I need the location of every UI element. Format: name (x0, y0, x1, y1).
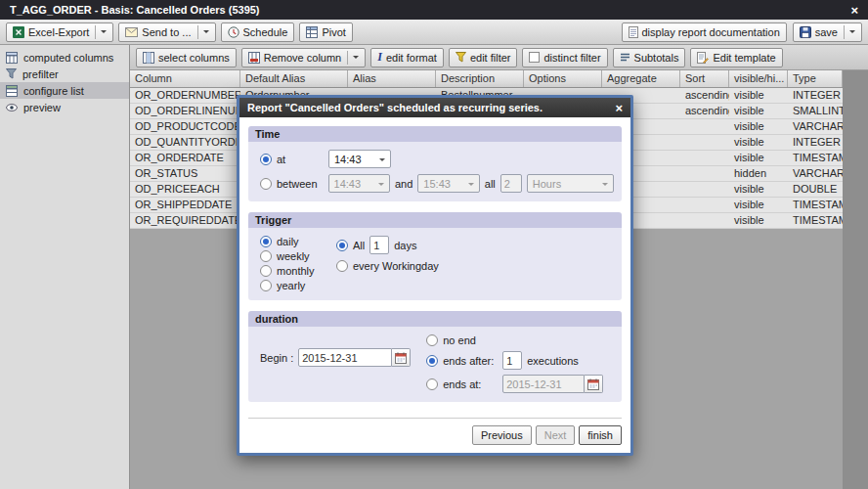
between-from-select[interactable]: 14:43 (328, 174, 390, 193)
at-label: at (277, 154, 324, 165)
edit-filter-button[interactable]: edit filter (449, 48, 518, 67)
weekly-label: weekly (277, 250, 310, 262)
days-count-input[interactable] (369, 236, 389, 254)
executions-count-input[interactable] (502, 351, 522, 370)
column-header[interactable]: Alias (348, 70, 436, 87)
schedule-label: Schedule (243, 26, 288, 38)
column-header[interactable]: Options (524, 70, 602, 87)
distinct-filter-checkbox (529, 52, 540, 63)
column-header[interactable]: visible/hi... (729, 70, 788, 87)
cell-column: OR_ORDERNUMBER (130, 88, 240, 103)
next-button[interactable]: Next (536, 425, 576, 445)
dialog-close-icon[interactable]: × (615, 102, 623, 114)
pivot-label: Pivot (322, 26, 345, 38)
excel-export-button[interactable]: Excel-Export (6, 22, 113, 42)
cell-visible: visible (729, 119, 788, 134)
interval-unit-select[interactable]: Hours (527, 174, 614, 193)
radio-at[interactable] (260, 154, 272, 165)
column-header[interactable]: Description (436, 70, 524, 87)
sidebar-item-prefilter[interactable]: prefilter (0, 66, 129, 82)
send-to-button[interactable]: Send to ... (118, 22, 215, 42)
ends-at-label: ends at: (443, 378, 498, 390)
radio-no-end[interactable] (426, 334, 438, 346)
save-disk-icon (800, 26, 811, 38)
radio-yearly[interactable] (260, 280, 272, 291)
at-time-select[interactable]: 14:43 (328, 150, 391, 168)
chevron-down-icon (373, 175, 389, 192)
table-header: Column Default Alias Alias Description O… (130, 70, 843, 88)
radio-all-days[interactable] (336, 240, 348, 251)
sidebar-item-computed-columns[interactable]: computed columns (0, 49, 129, 66)
all-days-label: All (353, 240, 365, 251)
radio-daily[interactable] (260, 236, 272, 247)
radio-monthly[interactable] (260, 265, 272, 277)
cell-column: OD_ORDERLINENUMBER (130, 104, 240, 118)
eye-icon (6, 104, 18, 111)
radio-ends-after[interactable] (426, 355, 438, 367)
edit-format-icon: I (377, 50, 382, 65)
display-report-documentation-label: display report documentation (642, 26, 780, 38)
radio-every-workingday[interactable] (336, 260, 348, 272)
funnel-icon (6, 68, 17, 79)
list-toolbar: select columns Remove column I edit form… (130, 45, 868, 70)
all-label: all (485, 178, 496, 190)
cell-type: TIMESTAMP (788, 198, 843, 212)
save-button[interactable]: save (793, 22, 862, 42)
pivot-button[interactable]: Pivot (299, 22, 352, 42)
begin-date-input[interactable] (298, 348, 392, 367)
trigger-heading: Trigger (248, 212, 622, 228)
distinct-filter-toggle[interactable]: distinct filter (522, 48, 607, 67)
remove-column-button[interactable]: Remove column (241, 48, 366, 67)
radio-weekly[interactable] (260, 250, 272, 262)
ends-at-date-input[interactable] (502, 375, 585, 393)
previous-button[interactable]: Previous (472, 425, 532, 445)
cell-sort (680, 198, 729, 212)
clock-icon (228, 26, 239, 38)
cell-visible: visible (729, 198, 788, 212)
main-toolbar: Excel-Export Send to ... Schedule (0, 20, 868, 45)
edit-format-button[interactable]: I edit format (370, 48, 444, 67)
sidebar-item-configure-list[interactable]: configure list (0, 82, 129, 99)
window-close-icon[interactable]: × (850, 4, 858, 17)
display-report-documentation-button[interactable]: display report documentation (622, 22, 787, 42)
sidebar-item-preview[interactable]: preview (0, 99, 129, 115)
computed-columns-icon (6, 52, 18, 64)
chevron-down-icon (95, 25, 107, 39)
begin-label: Begin : (260, 352, 293, 364)
column-header[interactable]: Type (788, 70, 843, 87)
begin-calendar-icon[interactable] (392, 348, 411, 367)
ends-at-calendar-icon[interactable] (585, 375, 603, 393)
subtotals-button[interactable]: Subtotals (613, 48, 686, 67)
pivot-table-icon (306, 26, 318, 38)
column-header[interactable]: Column (130, 70, 240, 87)
interval-input[interactable] (500, 174, 522, 193)
dialog-body: Time at 14:43 between 14:4 (239, 117, 630, 416)
radio-ends-at[interactable] (426, 378, 438, 390)
column-header[interactable]: Aggregate (602, 70, 680, 87)
cell-visible: visible (729, 213, 788, 228)
column-header[interactable]: Sort (680, 70, 729, 87)
edit-format-label: edit format (386, 52, 437, 64)
column-header[interactable]: Default Alias (240, 70, 348, 87)
schedule-button[interactable]: Schedule (221, 22, 295, 42)
edit-template-label: Edit template (713, 52, 775, 64)
select-columns-button[interactable]: select columns (136, 48, 237, 67)
cell-visible: visible (729, 135, 788, 150)
edit-template-button[interactable]: Edit template (690, 48, 782, 67)
subtotals-label: Subtotals (634, 52, 679, 64)
sidebar-item-label: computed columns (23, 52, 113, 64)
dialog-footer: Previous Next finish (248, 418, 622, 453)
cell-sort (680, 166, 729, 181)
radio-between[interactable] (260, 178, 272, 190)
yearly-label: yearly (277, 280, 305, 291)
cell-type: VARCHAR (788, 119, 843, 134)
between-to-select[interactable]: 15:43 (417, 174, 479, 193)
edit-template-icon (697, 52, 709, 64)
cell-sort (680, 213, 729, 228)
cell-column: OD_PRICEEACH (130, 182, 240, 197)
window-title: T_AGG_ORDER - Basis: Cancelled Orders (5… (10, 4, 260, 16)
cell-visible: visible (729, 88, 788, 103)
cell-visible: hidden (729, 166, 788, 181)
finish-button[interactable]: finish (579, 425, 622, 445)
dialog-titlebar[interactable]: Report "Cancelled Orders" scheduled as r… (239, 98, 630, 117)
